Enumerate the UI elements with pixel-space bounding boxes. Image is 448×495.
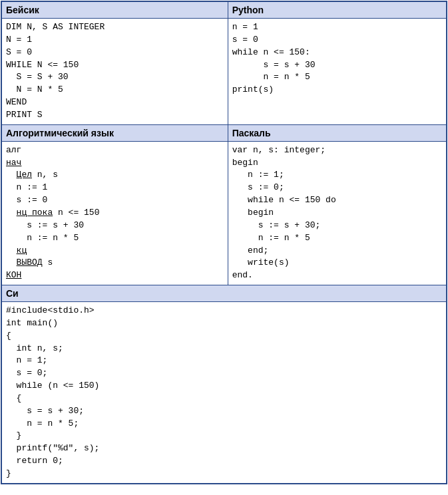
basic-header: Бейсик [1,1,228,19]
pascal-header: Паскаль [228,124,447,141]
c-code: #include<stdio.h> int main() { int n, s;… [1,302,447,484]
c-header: Си [1,285,447,302]
python-header: Python [228,1,447,19]
pascal-code: var n, s: integer; begin n := 1; s := 0;… [228,141,447,285]
basic-code: DIM N, S AS INTEGER N = 1 S = 0 WHILE N … [1,19,228,125]
algorithmic-code: алг нач Цел n, s n := 1 s := 0 нц пока n… [1,141,228,285]
algorithmic-header: Алгоритмический язык [1,124,228,141]
python-code: n = 1 s = 0 while n <= 150: s = s + 30 n… [228,19,447,125]
